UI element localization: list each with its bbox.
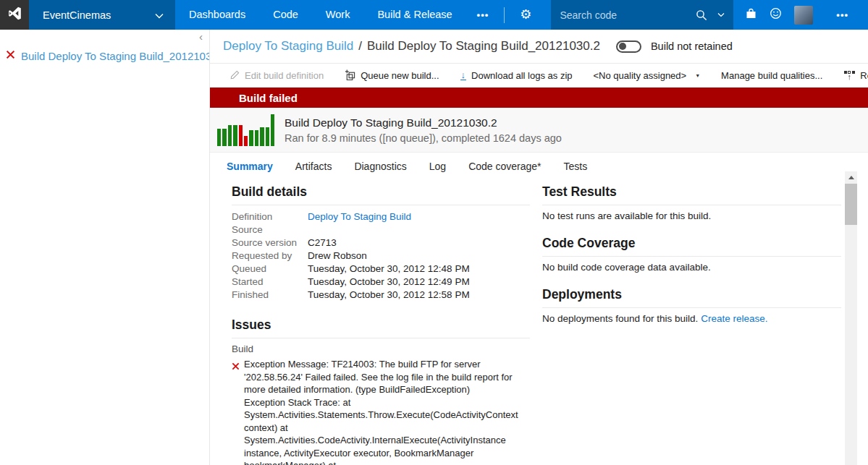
nav-item-work[interactable]: Work [312, 0, 364, 30]
search-box[interactable] [551, 0, 733, 30]
build-details-heading: Build details [232, 179, 530, 205]
definition-link[interactable]: Deploy To Staging Build [308, 210, 411, 223]
download-logs-button[interactable]: ↓ Download all logs as zip [460, 70, 573, 81]
build-duration-text: Ran for 8.9 minutes ([no queue]), comple… [285, 132, 562, 144]
chart-bar [255, 130, 258, 146]
chart-bar [222, 129, 226, 146]
nav-item-code[interactable]: Code [259, 0, 312, 30]
queue-new-build-button[interactable]: Queue new build... [345, 69, 439, 82]
page-title: Build Deploy To Staging Build_20121030.2 [367, 39, 600, 54]
chart-bar [239, 125, 243, 146]
search-scope-chevron-icon[interactable] [717, 12, 725, 17]
download-icon: ↓ [460, 71, 467, 80]
build-summary-main: Deploy To Staging Build / Build Deploy T… [210, 30, 868, 465]
chart-bar [271, 114, 274, 146]
breadcrumb-separator: / [358, 39, 362, 54]
chart-bar [233, 125, 237, 146]
left-column: Build details Definition Deploy To Stagi… [232, 179, 530, 465]
build-error-item: Exception Message: TF214003: The build F… [232, 358, 530, 465]
marketplace-bag-icon[interactable] [745, 8, 757, 22]
release-button[interactable]: ↑ Release [843, 70, 868, 81]
toggle-knob [619, 43, 626, 50]
retain-build-toggle[interactable] [616, 40, 641, 53]
code-coverage-empty-text: No build code coverage data available. [542, 262, 841, 273]
chart-bar [266, 127, 269, 146]
build-tabs: Summary Artifacts Diagnostics Log Code c… [210, 153, 868, 179]
sidebar-build-link: Build Deploy To Staging Build_20121030.2 [21, 50, 209, 62]
project-name: EventCinemas [43, 9, 111, 21]
exception-message: Exception Message: TF214003: The build F… [244, 358, 528, 465]
detail-row-requested-by: Requested by Drew Robson [232, 249, 530, 263]
code-coverage-section: Code Coverage No build code coverage dat… [542, 231, 841, 273]
tab-artifacts[interactable]: Artifacts [295, 161, 332, 172]
build-explorer-sidebar: ‹ Build Deploy To Staging Build_20121030… [0, 30, 210, 465]
quality-dropdown[interactable]: <No quality assigned> ▼ [594, 70, 701, 81]
test-results-empty-text: No test runs are available for this buil… [542, 210, 841, 221]
vsts-logo[interactable] [0, 0, 29, 30]
vertical-scrollbar[interactable] [845, 171, 857, 465]
nav-item-build-release[interactable]: Build & Release [363, 0, 465, 30]
build-result-chart-icon [217, 114, 278, 146]
breadcrumb-definition-link[interactable]: Deploy To Staging Build [223, 39, 353, 54]
detail-row-finished: Finished Tuesday, October 30, 2012 12:58… [232, 289, 530, 302]
chart-bar [249, 130, 253, 146]
deployments-section: Deployments No deployments found for thi… [542, 282, 841, 324]
profile-ellipsis-icon[interactable]: ••• [825, 9, 859, 20]
nav-item-dashboards[interactable]: Dashboards [175, 0, 259, 30]
chart-bar [217, 129, 221, 146]
nav-divider [504, 7, 505, 23]
tab-tests[interactable]: Tests [564, 161, 588, 172]
tab-code-coverage[interactable]: Code coverage* [468, 161, 541, 172]
scroll-up-arrow-icon[interactable] [848, 176, 854, 179]
feedback-smiley-icon[interactable] [770, 7, 782, 22]
manage-build-qualities-button[interactable]: Manage build qualities... [721, 70, 822, 81]
build-status-text: Build failed [239, 92, 298, 104]
deployments-empty-text: No deployments found for this build. Cre… [542, 313, 841, 324]
detail-row-started: Started Tuesday, October 30, 2012 12:49 … [232, 276, 530, 289]
tab-diagnostics[interactable]: Diagnostics [354, 161, 406, 172]
pencil-icon [230, 70, 240, 82]
build-summary-header: Build Deploy To Staging Build_20121030.2… [210, 108, 868, 153]
search-input[interactable] [560, 9, 696, 21]
breadcrumb: Deploy To Staging Build / Build Deploy T… [210, 30, 868, 64]
build-status-banner: Build failed [210, 88, 868, 108]
collapse-sidebar-icon[interactable]: ‹ [199, 30, 203, 43]
release-icon: ↑ [843, 71, 855, 80]
visual-studio-logo-icon [7, 6, 22, 24]
detail-row-source: Source [232, 223, 530, 236]
summary-text: Build Deploy To Staging Build_20121030.2… [285, 116, 562, 144]
code-coverage-heading: Code Coverage [542, 231, 841, 257]
queue-build-icon [345, 69, 355, 82]
chart-bar [228, 125, 232, 146]
scrollbar-thumb[interactable] [845, 184, 857, 225]
issues-heading: Issues [232, 312, 530, 338]
create-release-link[interactable]: Create release. [701, 313, 767, 324]
build-title: Build Deploy To Staging Build_20121030.2 [285, 116, 562, 129]
detail-row-definition: Definition Deploy To Staging Build [232, 210, 530, 223]
sidebar-item-build[interactable]: Build Deploy To Staging Build_20121030.2 [0, 30, 209, 62]
test-results-section: Test Results No test runs are available … [542, 179, 841, 221]
chevron-down-icon [155, 9, 164, 21]
gear-icon[interactable]: ⚙ [509, 0, 542, 30]
ellipsis-icon[interactable]: ••• [466, 9, 500, 20]
tab-log[interactable]: Log [429, 161, 446, 172]
top-nav: EventCinemas Dashboards Code Work Build … [0, 0, 868, 30]
build-details-section: Build details Definition Deploy To Stagi… [232, 179, 530, 302]
test-results-heading: Test Results [542, 179, 841, 205]
search-icon[interactable] [696, 9, 707, 21]
project-selector[interactable]: EventCinemas [29, 0, 175, 30]
issues-section: Issues Build Exception Message: TF214003… [232, 312, 530, 465]
failed-x-icon [6, 49, 15, 62]
detail-row-queued: Queued Tuesday, October 30, 2012 12:48 P… [232, 263, 530, 276]
user-avatar[interactable] [794, 6, 813, 25]
summary-content: Build details Definition Deploy To Stagi… [210, 179, 868, 465]
retain-toggle-label: Build not retained [651, 40, 733, 52]
edit-build-definition-button[interactable]: Edit build definition [230, 70, 324, 82]
detail-row-source-version: Source version C2713 [232, 236, 530, 249]
build-details-rows: Definition Deploy To Staging Build Sourc… [232, 210, 530, 302]
tab-summary[interactable]: Summary [227, 161, 273, 172]
build-toolbar: Edit build definition Queue new build...… [210, 64, 868, 88]
deployments-heading: Deployments [542, 282, 841, 308]
error-x-icon [232, 360, 240, 373]
chart-bar [244, 136, 248, 146]
